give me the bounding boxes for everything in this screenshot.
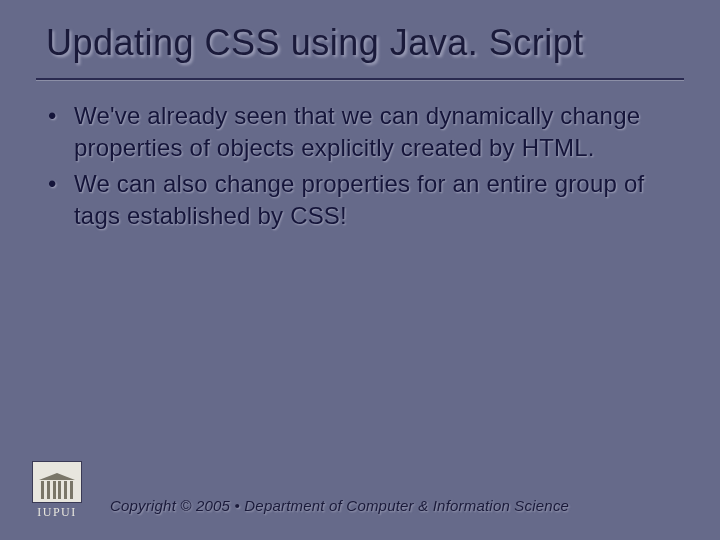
copyright-footer: Copyright © 2005 • Department of Compute… bbox=[110, 497, 569, 514]
logo-text: IUPUI bbox=[28, 505, 86, 520]
bullet-mark-icon: • bbox=[48, 100, 74, 132]
iupui-logo: IUPUI bbox=[28, 461, 86, 520]
bullet-text: We can also change properties for an ent… bbox=[74, 168, 680, 232]
bullet-item: • We can also change properties for an e… bbox=[48, 168, 680, 232]
bullet-item: • We've already seen that we can dynamic… bbox=[48, 100, 680, 164]
title-underline bbox=[36, 78, 684, 80]
slide-title: Updating CSS using Java. Script bbox=[46, 22, 690, 64]
bullet-text: We've already seen that we can dynamical… bbox=[74, 100, 680, 164]
slide-body: • We've already seen that we can dynamic… bbox=[48, 100, 680, 236]
bullet-mark-icon: • bbox=[48, 168, 74, 200]
logo-building-icon bbox=[32, 461, 82, 503]
slide: Updating CSS using Java. Script • We've … bbox=[0, 0, 720, 540]
